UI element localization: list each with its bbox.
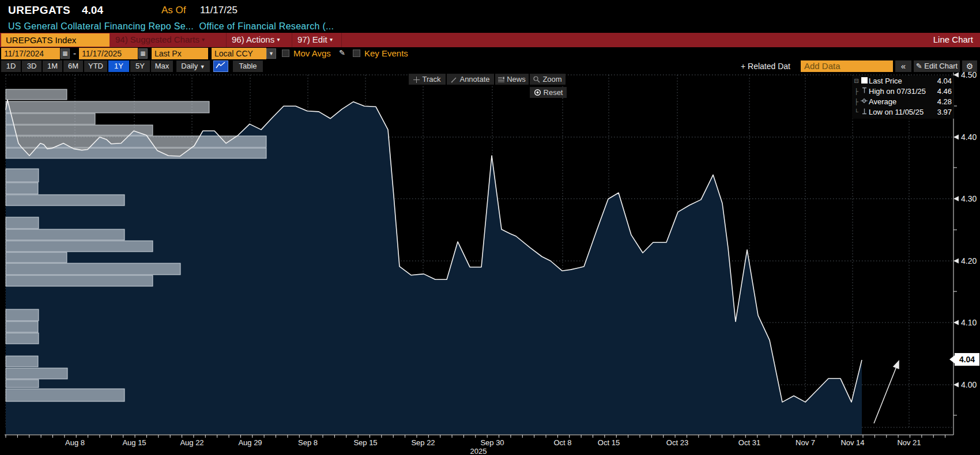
- svg-text:Sep 15: Sep 15: [353, 438, 377, 447]
- svg-text:Oct 15: Oct 15: [598, 438, 620, 447]
- tab-6m[interactable]: 6M: [63, 60, 83, 72]
- average-marker-icon: [860, 97, 869, 106]
- calendar-icon[interactable]: ▦: [61, 48, 70, 59]
- chevron-down-icon: ▾: [202, 36, 205, 43]
- crosshair-icon: [413, 77, 420, 83]
- tab-1d[interactable]: 1D: [1, 60, 21, 72]
- related-data-button[interactable]: + Related Dat: [741, 62, 798, 71]
- svg-text:Oct 31: Oct 31: [738, 438, 760, 447]
- as-of-label: As Of: [161, 5, 186, 16]
- chevron-down-icon: ▼: [200, 64, 205, 70]
- annotate-button[interactable]: Annotate: [447, 74, 494, 85]
- add-data-input[interactable]: Add Data: [801, 60, 893, 72]
- frequency-dropdown[interactable]: Daily ▼: [176, 60, 210, 72]
- tab-ytd[interactable]: YTD: [84, 60, 107, 72]
- view-mode-label: Line Chart: [933, 35, 973, 44]
- legend-expander-icon[interactable]: ⊟: [853, 78, 860, 84]
- menu-suggested-charts[interactable]: 94) Suggested Charts ▾: [115, 35, 205, 44]
- reset-zoom-button[interactable]: Reset: [530, 87, 567, 98]
- svg-text:Aug 15: Aug 15: [122, 438, 146, 447]
- end-date-input[interactable]: 11/17/2025: [79, 48, 138, 59]
- legend-label: Low on 11/05/25: [869, 108, 937, 116]
- legend-label: High on 07/31/25: [869, 87, 937, 96]
- news-icon: [498, 77, 504, 83]
- security-description: US General Collateral Financing Repo Se.…: [8, 21, 334, 32]
- svg-text:4.20: 4.20: [961, 256, 977, 266]
- low-marker-icon: [860, 108, 869, 116]
- tab-5y[interactable]: 5Y: [130, 60, 150, 72]
- menu-bar: UREPGATS Index 94) Suggested Charts ▾ 96…: [0, 33, 980, 47]
- svg-text:Sep 22: Sep 22: [411, 438, 435, 447]
- svg-text:2025: 2025: [470, 447, 487, 455]
- svg-text:Nov 7: Nov 7: [796, 438, 815, 447]
- legend-row-low[interactable]: └ Low on 11/05/25 3.97: [852, 107, 954, 117]
- legend-tree-branch: ├: [853, 88, 860, 94]
- last-price-axis-badge: 4.04: [955, 353, 979, 366]
- legend-row-average[interactable]: ├ Average 4.28: [852, 96, 954, 107]
- menu-edit[interactable]: 97) Edit ▾: [297, 35, 333, 44]
- ticker-symbol: UREPGATS: [8, 4, 70, 17]
- chart-type-button[interactable]: [213, 60, 228, 72]
- svg-text:4.40: 4.40: [961, 132, 977, 142]
- svg-text:Sep 30: Sep 30: [480, 438, 504, 447]
- as-of-date: 11/17/25: [200, 5, 238, 16]
- legend-row-high[interactable]: ├ High on 07/31/25 4.46: [852, 86, 954, 96]
- menu-separator: [341, 33, 342, 47]
- svg-text:Sep 8: Sep 8: [298, 438, 318, 447]
- mov-avgs-checkbox[interactable]: [282, 50, 289, 57]
- chart-controls-bar: 11/17/2024 ▦ - 11/17/2025 ▦ Last Px Loca…: [0, 47, 980, 60]
- key-events-checkbox[interactable]: [353, 50, 360, 57]
- currency-dropdown-arrow[interactable]: ▼: [266, 48, 276, 59]
- edit-chart-button[interactable]: ✎ Edit Chart: [914, 60, 960, 72]
- high-marker-icon: [860, 87, 869, 96]
- title-bar: UREPGATS 4.04 As Of 11/17/25: [0, 0, 980, 21]
- chart-settings-button[interactable]: ⚙: [962, 60, 977, 72]
- line-chart-icon: [216, 61, 226, 69]
- svg-text:Oct 8: Oct 8: [553, 438, 571, 447]
- svg-text:Aug 29: Aug 29: [238, 438, 262, 447]
- track-button[interactable]: Track: [409, 74, 446, 85]
- menu-actions[interactable]: 96) Actions ▾: [232, 35, 280, 44]
- date-range-dash: -: [73, 48, 76, 58]
- legend-label: Average: [869, 97, 937, 106]
- table-button[interactable]: Table: [233, 60, 263, 72]
- svg-text:4.30: 4.30: [961, 194, 977, 203]
- chevron-down-icon: ▼: [269, 51, 274, 56]
- price-type-select[interactable]: Last Px: [152, 48, 208, 59]
- tab-max[interactable]: Max: [151, 60, 173, 72]
- period-tab-bar: 1D 3D 1M 6M YTD 1Y 5Y Max Daily ▼ Table …: [0, 60, 980, 73]
- mov-avgs-label[interactable]: Mov Avgs: [293, 48, 331, 58]
- chart-legend: ⊟ Last Price 4.04 ├ High on 07/31/25 4.4…: [852, 75, 954, 119]
- pencil-icon[interactable]: ✎: [339, 48, 345, 57]
- tab-1y[interactable]: 1Y: [108, 60, 129, 72]
- tab-1m[interactable]: 1M: [43, 60, 62, 72]
- magnifier-icon: [533, 76, 540, 83]
- menu-separator: [292, 33, 292, 47]
- legend-row-last-price[interactable]: ⊟ Last Price 4.04: [852, 75, 954, 86]
- legend-value: 4.46: [937, 87, 952, 96]
- calendar-icon[interactable]: ▦: [138, 48, 148, 59]
- annotate-pencil-icon: [451, 77, 457, 83]
- legend-tree-branch: └: [853, 109, 860, 115]
- legend-label: Last Price: [869, 77, 937, 85]
- svg-text:Nov 21: Nov 21: [897, 438, 921, 447]
- chevron-down-icon: ▾: [330, 36, 333, 43]
- svg-text:Nov 14: Nov 14: [840, 438, 864, 447]
- reset-icon: [534, 89, 541, 96]
- svg-text:4.10: 4.10: [961, 318, 977, 327]
- legend-tree-branch: ├: [853, 98, 860, 105]
- key-events-label[interactable]: Key Events: [364, 48, 408, 58]
- security-input[interactable]: UREPGATS Index: [1, 33, 110, 47]
- start-date-input[interactable]: 11/17/2024: [1, 48, 60, 59]
- gear-icon: ⚙: [966, 62, 974, 71]
- currency-select[interactable]: Local CCY: [212, 48, 266, 59]
- menu-separator: [226, 33, 227, 47]
- news-button[interactable]: News: [495, 74, 529, 85]
- legend-value: 4.04: [937, 77, 952, 85]
- security-description-bar: US General Collateral Financing Repo Se.…: [0, 21, 980, 33]
- svg-text:Oct 23: Oct 23: [666, 438, 688, 447]
- collapse-panel-button[interactable]: «: [895, 60, 911, 72]
- zoom-button[interactable]: Zoom: [530, 74, 566, 85]
- tab-3d[interactable]: 3D: [22, 60, 42, 72]
- svg-text:Aug 22: Aug 22: [180, 438, 203, 447]
